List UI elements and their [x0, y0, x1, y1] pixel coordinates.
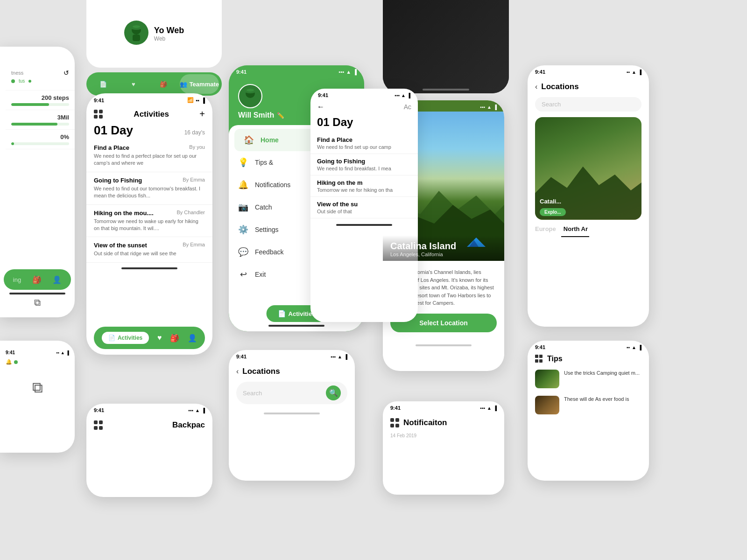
status-bar-activities: 9:41 📶 ▪▪ ▐	[86, 93, 212, 105]
activity-name-1: Find a Place	[94, 144, 129, 151]
locations-title: Locations	[242, 367, 280, 376]
profile-name-text: Will Smith	[238, 111, 274, 119]
activities-btn-icon: 📄	[278, 310, 286, 317]
grid-tips-icon	[535, 355, 543, 363]
day-header: 01 Day 16 day's	[86, 121, 212, 140]
tip-image-1	[535, 370, 559, 388]
overlay-day: 01 Day	[310, 114, 418, 133]
activity-by-2: By Emma	[183, 177, 205, 184]
nav-bag-icon[interactable]: 🎒	[32, 275, 42, 284]
grid-notif-icon	[390, 418, 400, 427]
overlay-item-4[interactable]: View of the su Out side of that	[310, 197, 418, 218]
nav-bag-btn[interactable]: 🎒	[170, 334, 179, 343]
search-button[interactable]: 🔍	[326, 385, 341, 400]
region-europe[interactable]: Europe	[535, 225, 556, 232]
nav-person-icon[interactable]: 👤	[52, 275, 62, 284]
backpack-header: Backpac	[86, 415, 212, 434]
activity-item-3[interactable]: Hiking on the mou.... By Chandler Tomorr…	[86, 205, 212, 238]
menu-feedback-label: Feedback	[255, 248, 283, 256]
activity-item-1[interactable]: Find a Place By you We need to find a pe…	[86, 140, 212, 172]
profile-edit-btn[interactable]: ✏️	[277, 112, 284, 119]
menu-settings-label: Settings	[255, 226, 279, 233]
status-bar-tips: 9:41 ▪▪ ▲ ▐	[528, 341, 649, 352]
wifi-profile: ▲	[346, 69, 351, 75]
profile-avatar	[238, 84, 262, 108]
nav-heart-btn[interactable]: ♥	[157, 334, 162, 342]
activity-desc-4: Out side of that ridge we will see the	[94, 250, 205, 257]
status-bar-partial2: 9:41 ▪▪ ▲ ▐	[6, 348, 69, 357]
right-locations-title: Locations	[541, 82, 578, 91]
battery-tips: ▐	[638, 345, 641, 350]
feedback-icon: 💬	[238, 247, 248, 257]
menu-notif-label: Notifications	[255, 181, 290, 189]
steps-value: 200 steps	[11, 94, 69, 101]
notif-title: Notificaiton	[403, 418, 447, 427]
yo-name: Yo Web	[154, 26, 184, 35]
region-north-am[interactable]: North Ar	[564, 225, 588, 232]
back-btn-right[interactable]: ‹	[535, 83, 537, 91]
activity-item-2[interactable]: Going to Fishing By Emma We need to find…	[86, 172, 212, 205]
day-title: 01 Day	[94, 123, 133, 138]
nav-partial-label[interactable]: ing	[13, 276, 21, 283]
phone-partial-left2: 9:41 ▪▪ ▲ ▐ 🔔 ⧉	[0, 341, 75, 453]
grid-menu-icon[interactable]	[94, 110, 103, 119]
phone-backpack: 9:41 ▪▪▪ ▲ ▐ Backpac	[86, 404, 212, 497]
signal-right: ▪▪	[627, 70, 630, 75]
tip-text-1: Use the tricks Camping quiet m...	[564, 370, 640, 377]
activity-name-3: Hiking on the mou....	[94, 210, 154, 217]
tip-item-1[interactable]: Use the tricks Camping quiet m...	[528, 366, 649, 392]
overlay-act-desc-3: Tomorrow we ne for hiking on tha	[317, 187, 411, 193]
search-box-right[interactable]: Search	[535, 97, 641, 112]
tab-bag[interactable]: 🎒	[149, 74, 178, 94]
tab-doc[interactable]: 📄	[89, 74, 118, 94]
signal-notif: ▪▪▪	[480, 406, 485, 411]
settings-icon: ⚙️	[238, 224, 248, 235]
menu-tips-label: Tips &	[255, 159, 273, 166]
tab-heart[interactable]: ♥	[120, 74, 148, 94]
refresh-icon-1[interactable]: ↺	[63, 69, 69, 77]
overlay-act-name-4: View of the su	[317, 201, 411, 208]
wifi-overlay: ▲	[401, 93, 406, 98]
tip-item-2[interactable]: These will de As ever food is	[528, 392, 649, 418]
overlay-item-1[interactable]: Find a Place We need to find set up our …	[310, 133, 418, 154]
explore-button-right[interactable]: Explo...	[540, 208, 566, 216]
overlay-header: ← Ac	[310, 100, 418, 114]
tip-text-2: These will de As ever food is	[564, 396, 629, 403]
menu-catch-label: Catch	[255, 203, 272, 211]
overlay-item-3[interactable]: Hiking on the m Tomorrow we ne for hikin…	[310, 175, 418, 197]
catalina-card-right[interactable]: Catali... Explo...	[535, 117, 641, 220]
home-icon: 🏠	[244, 135, 254, 145]
catalina-label-right: Catali...	[540, 198, 561, 205]
backpack-title: Backpac	[172, 420, 205, 430]
battery-partial2: ▐	[66, 350, 69, 355]
back-btn-overlay[interactable]: ←	[317, 103, 324, 111]
activity-name-2: Going to Fishing	[94, 177, 142, 184]
signal-loc2: ▪▪▪	[331, 354, 336, 359]
fitness-label-1: tness	[11, 70, 23, 76]
time-backpack: 9:41	[94, 407, 104, 413]
battery-profile: ▐	[353, 69, 357, 75]
signal-overlay: ▪▪▪	[395, 93, 400, 98]
nav-person-btn[interactable]: 👤	[188, 334, 197, 343]
overlay-act-name-1: Find a Place	[317, 136, 411, 143]
yo-sub: Web	[154, 35, 184, 42]
signal-backpack: ▪▪▪	[188, 408, 193, 413]
nav-activities-icon: 📄	[108, 335, 115, 341]
bell-icon-partial: 🔔	[6, 359, 12, 365]
yo-panel: Yo Web Web	[86, 0, 222, 68]
add-activity-button[interactable]: +	[199, 109, 205, 119]
fitness-item-steps: 200 steps	[6, 91, 75, 110]
signal-loc: ▪▪▪	[480, 105, 485, 110]
back-btn-locations[interactable]: ‹	[236, 367, 239, 376]
tab-teammate[interactable]: 👥 Teammate	[180, 74, 219, 94]
tab-bar: 📄 ♥ 🎒 👥 Teammate	[86, 72, 222, 96]
overlay-item-2[interactable]: Going to Fishing We need to find breakfa…	[310, 154, 418, 175]
activity-by-4: By Emma	[183, 242, 205, 249]
search-box-locations[interactable]: Search 🔍	[236, 382, 347, 404]
doc-icon: 📄	[99, 81, 107, 88]
activity-item-4[interactable]: View of the sunset By Emma Out side of t…	[86, 237, 212, 262]
activities-title: Activities	[134, 110, 169, 119]
nav-activities-active[interactable]: 📄 Activities	[102, 332, 149, 344]
back-btn-location[interactable]: ‹	[388, 115, 391, 125]
tips-title: Tips	[547, 355, 563, 363]
